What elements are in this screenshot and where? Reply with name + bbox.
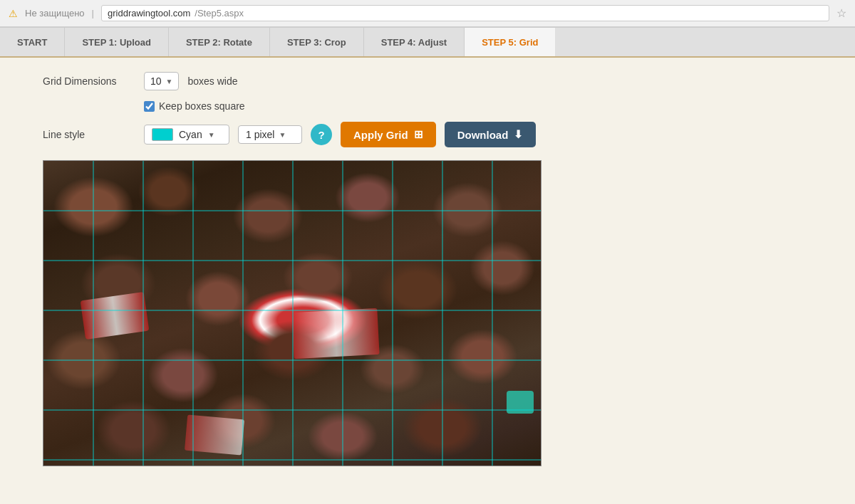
flag-element-3 — [185, 415, 244, 456]
crowd-photo — [43, 161, 542, 466]
color-swatch — [152, 128, 173, 141]
tab-start[interactable]: START — [0, 28, 65, 56]
dropdown-arrow-icon: ▼ — [166, 78, 173, 85]
download-button[interactable]: Download ⬇ — [445, 122, 537, 147]
browser-chrome: ⚠ Не защищено | griddrawingtool.com /Ste… — [0, 0, 855, 28]
url-path: /Step5.aspx — [195, 8, 244, 19]
download-label: Download — [457, 129, 509, 141]
keep-square-label: Keep boxes square — [159, 100, 245, 112]
color-dropdown[interactable]: Cyan ▼ — [144, 125, 229, 145]
keep-square-checkbox[interactable] — [144, 101, 155, 112]
line-style-row: Line style Cyan ▼ 1 pixel ▼ ? Apply Grid… — [43, 122, 812, 147]
line-style-label: Line style — [43, 129, 135, 140]
keep-square-row: Keep boxes square — [144, 100, 812, 112]
pixel-dropdown-arrow-icon: ▼ — [279, 131, 286, 139]
tab-step2[interactable]: STEP 2: Rotate — [169, 28, 270, 56]
flag-element-2 — [291, 308, 379, 359]
pixel-value: 1 pixel — [246, 129, 274, 140]
apply-grid-label: Apply Grid — [353, 129, 408, 141]
pixel-dropdown[interactable]: 1 pixel ▼ — [238, 125, 302, 144]
url-domain: griddrawingtool.com — [108, 8, 190, 19]
tab-step4[interactable]: STEP 4: Adjust — [364, 28, 465, 56]
bookmark-icon[interactable]: ☆ — [836, 6, 846, 20]
flag-element — [81, 292, 150, 340]
url-bar[interactable]: griddrawingtool.com /Step5.aspx — [101, 5, 829, 21]
tab-step1[interactable]: STEP 1: Upload — [65, 28, 169, 56]
tab-step3[interactable]: STEP 3: Crop — [270, 28, 364, 56]
tab-step5[interactable]: STEP 5: Grid — [465, 28, 555, 56]
not-secure-text: Не защищено — [25, 8, 85, 19]
apply-grid-button[interactable]: Apply Grid ⊞ — [341, 122, 436, 147]
grid-dimensions-row: Grid Dimensions 10 ▼ boxes wide — [43, 72, 812, 90]
teal-object — [507, 391, 534, 414]
boxes-wide-dropdown[interactable]: 10 ▼ — [144, 72, 179, 90]
download-icon: ⬇ — [514, 128, 523, 141]
warning-icon: ⚠ — [9, 8, 18, 19]
color-value: Cyan — [179, 129, 202, 140]
boxes-wide-value: 10 — [150, 75, 162, 87]
color-dropdown-arrow-icon: ▼ — [208, 131, 215, 139]
tab-bar: START STEP 1: Upload STEP 2: Rotate STEP… — [0, 28, 855, 58]
image-container — [43, 160, 542, 466]
boxes-wide-label: boxes wide — [187, 75, 237, 87]
grid-dimensions-label: Grid Dimensions — [43, 75, 135, 87]
grid-icon: ⊞ — [414, 128, 423, 141]
help-button[interactable]: ? — [311, 124, 332, 145]
address-bar: ⚠ Не защищено | griddrawingtool.com /Ste… — [0, 0, 855, 27]
main-content: Grid Dimensions 10 ▼ boxes wide Keep box… — [0, 58, 855, 504]
